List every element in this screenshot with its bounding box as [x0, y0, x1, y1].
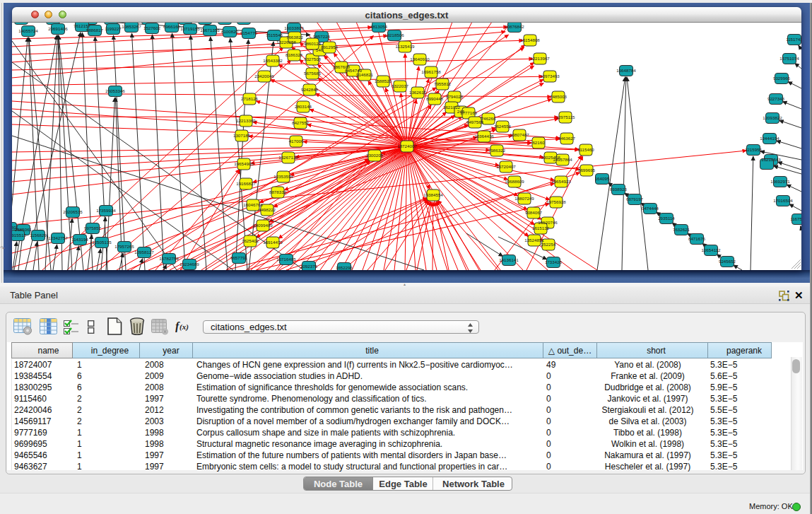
svg-text:10853267: 10853267 — [122, 24, 141, 29]
svg-text:9146821: 9146821 — [356, 72, 374, 77]
svg-text:62160: 62160 — [532, 140, 545, 145]
svg-text:15720407: 15720407 — [496, 164, 516, 169]
svg-text:3624554: 3624554 — [494, 124, 512, 129]
svg-text:14055724: 14055724 — [18, 28, 38, 33]
svg-text:9084067: 9084067 — [525, 210, 543, 215]
svg-text:252254: 252254 — [541, 242, 556, 247]
svg-text:417006: 417006 — [289, 139, 304, 144]
svg-text:26053346: 26053346 — [105, 88, 125, 93]
svg-text:1527602: 1527602 — [143, 25, 161, 30]
svg-text:16046768: 16046768 — [243, 202, 263, 207]
svg-text:23420046: 23420046 — [254, 74, 274, 78]
svg-text:12093822: 12093822 — [763, 115, 782, 120]
svg-text:7663822: 7663822 — [286, 35, 304, 40]
svg-text:15751074: 15751074 — [779, 56, 799, 61]
svg-text:19654923: 19654923 — [551, 179, 571, 184]
svg-text:17957265: 17957265 — [114, 244, 134, 249]
svg-text:10973493: 10973493 — [540, 74, 560, 78]
svg-text:13267130: 13267130 — [278, 155, 298, 160]
svg-text:2685061: 2685061 — [15, 227, 33, 232]
svg-text:18807249: 18807249 — [514, 196, 534, 201]
svg-text:6879197: 6879197 — [626, 197, 644, 201]
svg-text:7955812: 7955812 — [434, 81, 452, 86]
svg-text:2718126: 2718126 — [241, 96, 259, 101]
svg-text:16033809: 16033809 — [284, 25, 304, 30]
svg-text:(x): (x) — [180, 322, 189, 332]
svg-text:8912954: 8912954 — [321, 45, 339, 49]
svg-text:1588520: 1588520 — [375, 78, 392, 83]
svg-text:18724007: 18724007 — [397, 144, 417, 148]
svg-text:9245652: 9245652 — [719, 259, 736, 264]
svg-text:1199227: 1199227 — [105, 26, 122, 31]
svg-text:9857224: 9857224 — [313, 34, 331, 39]
svg-text:6794028: 6794028 — [446, 94, 464, 99]
svg-text:8186328: 8186328 — [286, 52, 303, 57]
svg-text:10654112: 10654112 — [701, 247, 721, 252]
svg-text:1143194: 1143194 — [71, 237, 88, 242]
svg-text:1092375: 1092375 — [300, 264, 318, 269]
svg-text:14957864: 14957864 — [553, 157, 572, 162]
svg-text:8990448: 8990448 — [426, 96, 444, 101]
svg-text:12505135: 12505135 — [92, 240, 112, 245]
svg-text:7515546: 7515546 — [266, 33, 283, 37]
svg-text:164095: 164095 — [595, 176, 610, 181]
svg-text:8813054: 8813054 — [370, 24, 388, 29]
svg-text:8938923: 8938923 — [610, 187, 628, 192]
svg-text:9474444: 9474444 — [642, 206, 659, 211]
svg-text:1156829: 1156829 — [30, 233, 47, 238]
svg-text:16782759: 16782759 — [159, 256, 179, 261]
svg-text:9115460: 9115460 — [577, 147, 594, 152]
svg-text:16648784: 16648784 — [616, 68, 636, 73]
svg-text:9886817: 9886817 — [86, 28, 104, 33]
svg-text:3215955: 3215955 — [745, 147, 763, 152]
svg-text:20364436: 20364436 — [474, 134, 494, 139]
svg-text:20876842: 20876842 — [505, 24, 524, 29]
svg-text:7632621: 7632621 — [673, 227, 690, 232]
svg-text:7625402: 7625402 — [242, 238, 259, 243]
svg-text:19218506: 19218506 — [384, 33, 404, 37]
svg-text:16543382: 16543382 — [263, 58, 283, 63]
svg-text:1362615: 1362615 — [409, 90, 427, 95]
svg-text:14099489: 14099489 — [253, 223, 273, 228]
svg-text:16210643: 16210643 — [761, 157, 781, 162]
svg-text:17016504: 17016504 — [773, 198, 793, 203]
svg-text:12342757: 12342757 — [48, 235, 68, 240]
svg-text:9154776: 9154776 — [240, 30, 258, 35]
svg-text:10807487: 10807487 — [510, 132, 529, 137]
svg-text:6497568: 6497568 — [466, 119, 484, 124]
svg-text:13640910: 13640910 — [410, 57, 430, 62]
svg-text:1733426: 1733426 — [545, 259, 563, 264]
svg-text:9327508: 9327508 — [304, 57, 322, 62]
svg-text:8878332: 8878332 — [269, 189, 287, 194]
svg-text:12444194: 12444194 — [760, 136, 779, 141]
svg-text:8427552: 8427552 — [292, 120, 310, 125]
svg-text:15716485: 15716485 — [276, 257, 296, 262]
svg-text:16671355: 16671355 — [200, 28, 220, 33]
svg-text:12353594: 12353594 — [273, 174, 293, 179]
svg-text:16120746: 16120746 — [538, 220, 558, 225]
svg-text:9329966: 9329966 — [773, 76, 791, 81]
svg-text:9860124: 9860124 — [304, 41, 322, 46]
svg-text:20691406: 20691406 — [48, 26, 68, 31]
svg-text:19166827: 19166827 — [236, 181, 256, 186]
svg-text:9777169: 9777169 — [460, 110, 478, 115]
svg-text:16961758: 16961758 — [421, 69, 441, 74]
svg-text:19756928: 19756928 — [546, 199, 566, 204]
svg-text:10688609: 10688609 — [505, 179, 524, 184]
svg-text:1615132: 1615132 — [532, 226, 550, 230]
svg-text:12213967: 12213967 — [530, 56, 550, 61]
svg-text:14136141: 14136141 — [499, 257, 519, 262]
svg-text:1307185: 1307185 — [233, 133, 251, 138]
svg-text:12975115: 12975115 — [555, 115, 575, 119]
svg-text:19384554: 19384554 — [423, 192, 443, 197]
svg-text:9227343: 9227343 — [767, 96, 785, 101]
svg-text:8471676: 8471676 — [688, 236, 706, 241]
svg-text:10958127: 10958127 — [134, 250, 154, 255]
svg-text:16914479: 16914479 — [263, 240, 283, 245]
svg-text:1652296: 1652296 — [336, 265, 353, 270]
svg-text:19654903: 19654903 — [234, 161, 254, 166]
svg-text:9975857: 9975857 — [84, 226, 102, 230]
svg-text:10719155: 10719155 — [180, 26, 200, 31]
svg-text:1167534: 1167534 — [790, 216, 801, 221]
svg-text:5675685: 5675685 — [304, 71, 322, 76]
